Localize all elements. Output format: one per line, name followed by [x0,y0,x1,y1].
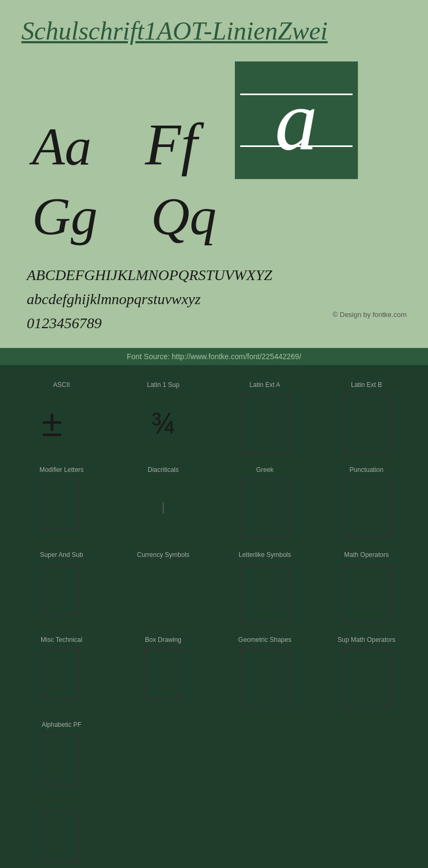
charmap-empty1 [112,716,214,793]
charmap-punctuation: Punctuation [316,461,417,546]
glyph-Ff: Ff [145,110,197,179]
charmap-latinexta: Latin Ext A [214,376,316,461]
charmap-modifier: Modifier Letters [11,461,112,546]
charmap-empty4 [112,793,214,868]
font-source-bar: Font Source: http://www.fontke.com/font/… [0,348,428,365]
preview-section: Schulschrift1AOT-LinienZwei Aa Ff a Gg Q… [0,0,428,348]
label-misctech: Misc Technical [41,636,82,645]
label-latinextb: Latin Ext B [351,381,382,390]
box-letterlike [241,564,289,623]
glyph-ascii: ± [42,405,62,442]
box-misctech [43,649,80,700]
glyph-Gg: Gg [32,184,97,249]
charmap-mathop: Math Operators [316,546,417,631]
alphabet-upper: ABCDEFGHIJKLMNOPQRSTUVWXYZ [27,265,407,285]
box-superandsub [43,564,80,615]
charmap-misctech: Misc Technical [11,631,112,716]
charmap-latin1sup: Latin 1 Sup ¾ [112,376,214,461]
charmap-boxdrawing: Box Drawing [112,631,214,716]
charmap-letterlike: Letterlike Symbols [214,546,316,631]
label-latinexta: Latin Ext A [249,381,280,390]
charmap-supmathop: Sup Math Operators [316,631,417,716]
charmap-superandsub: Super And Sub [11,546,112,631]
label-superandsub: Super And Sub [40,551,83,560]
charmap-alphabeticpf: Alphabetic PF [11,716,112,793]
charmap-greek: Greek [214,461,316,546]
charmap-section: ASCII ± Latin 1 Sup ¾ Latin Ext A Latin … [0,365,428,868]
box-extra [43,811,80,862]
label-boxdrawing: Box Drawing [145,636,181,645]
charmap-empty3 [316,716,417,793]
glyph-Qq: Qq [151,184,216,249]
charmap-diacriticals: Diacriticals \ [112,461,214,546]
charmap-currency: Currency Symbols [112,546,214,631]
label-modifier: Modifier Letters [40,466,84,475]
label-geoshapes: Geometric Shapes [238,636,291,645]
charmap-latinextb: Latin Ext B [316,376,417,461]
label-currency: Currency Symbols [137,551,189,560]
label-letterlike: Letterlike Symbols [239,551,291,560]
charmap-empty6 [316,793,417,868]
charmap-geoshapes: Geometric Shapes [214,631,316,716]
charmap-empty2 [214,716,316,793]
box-mathop [342,564,391,623]
box-greek [241,479,289,538]
box-alphabeticpf [43,734,80,785]
charmap-grid: ASCII ± Latin 1 Sup ¾ Latin Ext A Latin … [11,376,417,868]
box-supmathop [342,649,391,708]
box-modifier [43,479,80,530]
copyright: © Design by fontke.com [333,311,407,319]
label-ascii: ASCII [53,381,70,390]
charmap-empty5 [214,793,316,868]
label-mathop: Math Operators [344,551,388,560]
label-greek: Greek [256,466,274,475]
glyph-latin1sup: ¾ [151,406,175,440]
label-diacriticals: Diacriticals [148,466,179,475]
charmap-extra [11,793,112,868]
label-punctuation: Punctuation [349,466,383,475]
font-source-text: Font Source: http://www.fontke.com/font/… [127,352,301,361]
font-title: Schulschrift1AOT-LinienZwei [21,16,407,45]
box-boxdrawing [144,649,182,700]
label-supmathop: Sup Math Operators [338,636,395,645]
box-latinexta [241,394,289,453]
box-latinextb [342,394,391,453]
box-punctuation [342,479,391,538]
charmap-ascii: ASCII ± [11,376,112,461]
label-latin1sup: Latin 1 Sup [147,381,180,390]
alphabet-lower: abcdefghijklmnopqrstuvwxyz [27,289,407,309]
label-alphabeticpf: Alphabetic PF [42,721,82,730]
glyph-diacritical: \ [159,499,167,517]
glyph-Aa: Aa [32,115,91,179]
glyph-a-display: a [235,61,358,179]
box-geoshapes [241,649,289,708]
